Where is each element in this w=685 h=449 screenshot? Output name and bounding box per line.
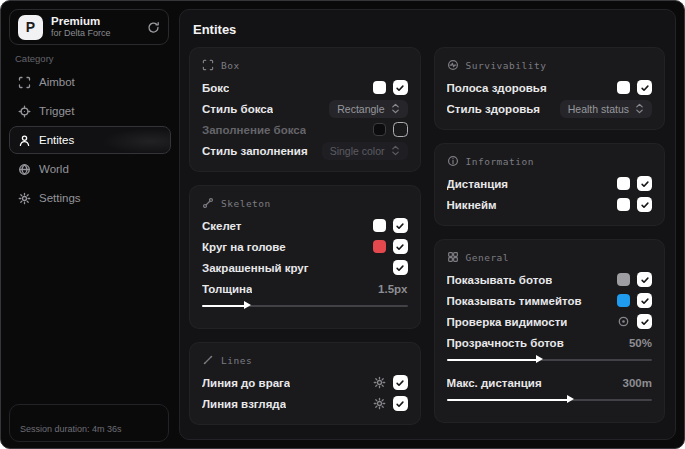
color-swatch[interactable] xyxy=(373,81,386,94)
brand-card: P Premium for Delta Force xyxy=(9,9,169,45)
row-label: Линия взгляда xyxy=(202,398,286,410)
card-title: Information xyxy=(466,156,534,167)
card-header: General xyxy=(447,251,653,263)
dropdown-select[interactable]: Single color xyxy=(322,142,408,160)
dropdown-select[interactable]: Health status xyxy=(560,100,652,118)
app-window: P Premium for Delta Force Category Aimbo… xyxy=(0,0,685,449)
gear-icon[interactable] xyxy=(373,376,386,389)
checkbox[interactable] xyxy=(393,122,408,137)
color-swatch[interactable] xyxy=(617,81,630,94)
visibility-icon[interactable] xyxy=(617,315,630,328)
row-controls: Rectangle xyxy=(329,100,407,118)
slider-value: 300m xyxy=(623,377,652,389)
checkbox[interactable] xyxy=(637,293,652,308)
row-controls xyxy=(617,176,652,191)
slider[interactable] xyxy=(447,395,653,404)
checkbox[interactable] xyxy=(393,239,408,254)
setting-row: Стиль заполненияSingle color xyxy=(202,140,408,161)
sidebar-item-label: World xyxy=(39,163,69,175)
slider-fill xyxy=(202,305,247,307)
brand-text: Premium for Delta Force xyxy=(51,15,139,39)
dropdown-select[interactable]: Rectangle xyxy=(329,100,407,118)
checkbox[interactable] xyxy=(637,272,652,287)
grid-icon xyxy=(447,251,459,263)
checkbox[interactable] xyxy=(637,176,652,191)
card-header: Lines xyxy=(202,354,408,366)
slider-thumb[interactable] xyxy=(244,301,251,309)
row-controls xyxy=(617,80,652,95)
slider-thumb[interactable] xyxy=(567,395,574,403)
updown-icon xyxy=(391,145,400,156)
gear-icon[interactable] xyxy=(373,397,386,410)
row-controls xyxy=(373,396,408,411)
sync-icon[interactable] xyxy=(147,21,160,34)
dropdown-value: Rectangle xyxy=(337,103,384,115)
color-swatch[interactable] xyxy=(617,198,630,211)
row-label: Стиль бокса xyxy=(202,103,273,115)
card-lines: LinesЛиния до врагаЛиния взгляда xyxy=(189,342,421,425)
row-controls xyxy=(373,218,408,233)
sidebar-item-label: Trigget xyxy=(39,105,74,117)
checkbox[interactable] xyxy=(637,80,652,95)
setting-row: Дистанция xyxy=(447,173,653,194)
checkbox[interactable] xyxy=(393,375,408,390)
slider-fill xyxy=(447,359,539,361)
card-title: Survivability xyxy=(466,60,547,71)
setting-row: Линия взгляда xyxy=(202,393,408,414)
updown-icon xyxy=(635,103,644,114)
checkbox[interactable] xyxy=(393,218,408,233)
slider[interactable] xyxy=(447,355,653,364)
row-label: Полоса здоровья xyxy=(447,82,547,94)
slider-value: 50% xyxy=(629,337,652,349)
slider-thumb[interactable] xyxy=(536,355,543,363)
color-swatch[interactable] xyxy=(373,219,386,232)
slider[interactable] xyxy=(202,301,408,310)
checkbox[interactable] xyxy=(637,197,652,212)
sidebar-item-label: Entites xyxy=(39,134,74,146)
color-swatch[interactable] xyxy=(617,273,630,286)
sidebar-item-aimbot[interactable]: Aimbot xyxy=(9,68,171,96)
color-swatch[interactable] xyxy=(373,240,386,253)
row-label: Стиль заполнения xyxy=(202,145,308,157)
row-controls xyxy=(617,314,652,329)
sidebar-item-trigget[interactable]: Trigget xyxy=(9,97,171,125)
bone-icon xyxy=(202,197,214,209)
main-panel: Entites BoxБоксСтиль боксаRectangleЗапол… xyxy=(179,9,676,440)
row-controls: Single color xyxy=(322,142,408,160)
sidebar-item-world[interactable]: World xyxy=(9,155,171,183)
card-columns: BoxБоксСтиль боксаRectangleЗаполнение бо… xyxy=(180,45,675,425)
row-label: Макс. дистанция xyxy=(447,377,542,389)
checkbox[interactable] xyxy=(393,80,408,95)
row-label: Показывать тиммейтов xyxy=(447,295,582,307)
color-swatch[interactable] xyxy=(617,294,630,307)
row-label: Прозрачность ботов xyxy=(447,337,564,349)
card-header: Box xyxy=(202,59,408,71)
row-controls xyxy=(373,375,408,390)
updown-icon xyxy=(391,103,400,114)
box-icon xyxy=(202,59,214,71)
person-icon xyxy=(18,134,31,147)
checkbox[interactable] xyxy=(637,314,652,329)
setting-row: Прозрачность ботов50% xyxy=(447,332,653,353)
sidebar-item-entites[interactable]: Entites xyxy=(9,126,171,154)
sidebar-nav: AimbotTriggetEntitesWorldSettings xyxy=(1,68,179,212)
row-controls xyxy=(373,122,408,137)
row-controls xyxy=(617,293,652,308)
row-label: Проверка видимости xyxy=(447,316,568,328)
row-label: Скелет xyxy=(202,220,242,232)
color-swatch[interactable] xyxy=(617,177,630,190)
card-title: Skeleton xyxy=(221,198,271,209)
sidebar-item-label: Settings xyxy=(39,192,81,204)
checkbox[interactable] xyxy=(393,396,408,411)
setting-row: Макс. дистанция300m xyxy=(447,372,653,393)
checkbox[interactable] xyxy=(393,260,408,275)
color-swatch[interactable] xyxy=(373,123,386,136)
sidebar-item-settings[interactable]: Settings xyxy=(9,184,171,212)
setting-row: Никнейм xyxy=(447,194,653,215)
row-controls xyxy=(373,239,408,254)
row-controls xyxy=(617,197,652,212)
column-left: BoxБоксСтиль боксаRectangleЗаполнение бо… xyxy=(189,47,421,425)
card-title: General xyxy=(466,252,510,263)
row-label: Линия до врага xyxy=(202,377,290,389)
session-duration-box: Session duration: 4m 36s xyxy=(9,404,169,442)
